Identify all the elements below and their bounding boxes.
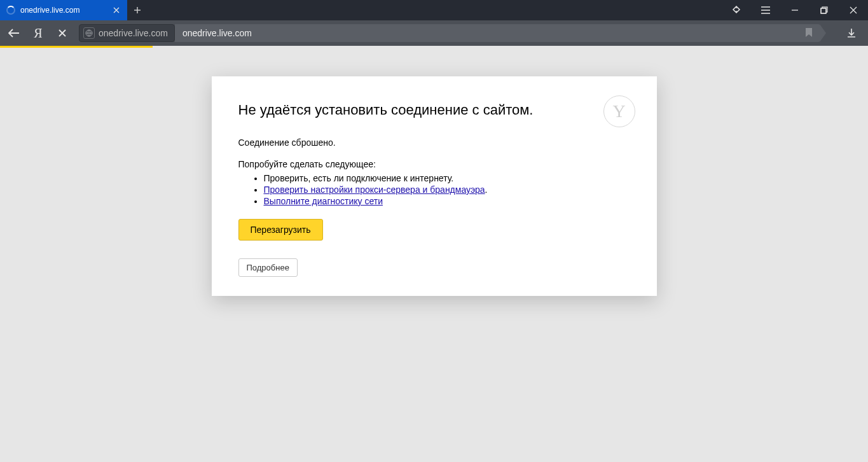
toolbar: Я onedrive.live.com onedrive.live.com — [0, 20, 868, 46]
menu-button[interactable] — [751, 0, 780, 20]
error-suggestion-item: Выполните диагностику сети — [264, 196, 630, 206]
error-suggestion-item: Проверить настройки прокси-сервера и бра… — [264, 185, 630, 195]
address-chip-text: onedrive.live.com — [99, 28, 168, 38]
window-maximize-button[interactable] — [809, 0, 839, 20]
error-heading: Не удаётся установить соединение с сайто… — [238, 102, 630, 118]
titlebar: onedrive.live.com — [0, 0, 868, 20]
window-controls — [722, 0, 868, 20]
tab-close-button[interactable] — [112, 6, 121, 15]
home-button[interactable]: Я — [31, 25, 46, 41]
error-suggestion-text: Проверить, есть ли подключение к интерне… — [264, 173, 454, 183]
address-url-text: onedrive.live.com — [183, 28, 252, 38]
globe-icon — [83, 27, 95, 39]
error-subtext: Соединение сброшено. — [238, 137, 630, 148]
tab-title: onedrive.live.com — [20, 6, 107, 15]
new-tab-button[interactable] — [127, 0, 148, 20]
reload-button[interactable]: Перезагрузить — [238, 219, 323, 241]
stop-button[interactable] — [55, 25, 70, 41]
error-suggestion-item: Проверить, есть ли подключение к интерне… — [264, 173, 630, 183]
svg-rect-1 — [821, 8, 826, 13]
details-button[interactable]: Подробнее — [238, 258, 298, 277]
content-area: Y Не удаётся установить соединение с сай… — [0, 48, 868, 462]
yandex-watermark-icon: Y — [603, 95, 635, 127]
window-close-button[interactable] — [839, 0, 868, 20]
proxy-settings-link[interactable]: Проверить настройки прокси-сервера и бра… — [264, 185, 485, 195]
error-card: Y Не удаётся установить соединение с сай… — [212, 76, 657, 296]
loading-spinner-icon — [6, 6, 15, 15]
error-suggestion-list: Проверить, есть ли подключение к интерне… — [264, 173, 630, 206]
address-url[interactable]: onedrive.live.com — [175, 24, 820, 42]
error-try-label: Попробуйте сделать следующее: — [238, 159, 630, 169]
bookmark-button[interactable] — [804, 27, 813, 39]
window-minimize-button[interactable] — [780, 0, 809, 20]
downloads-button[interactable] — [839, 28, 864, 38]
tableau-button[interactable] — [722, 0, 751, 20]
address-security-chip[interactable]: onedrive.live.com — [79, 24, 175, 42]
browser-tab[interactable]: onedrive.live.com — [0, 0, 127, 20]
back-button[interactable] — [6, 25, 22, 41]
yandex-logo-icon: Я — [34, 27, 42, 39]
address-bar[interactable]: onedrive.live.com onedrive.live.com — [79, 24, 820, 42]
network-diagnostics-link[interactable]: Выполните диагностику сети — [264, 196, 383, 206]
